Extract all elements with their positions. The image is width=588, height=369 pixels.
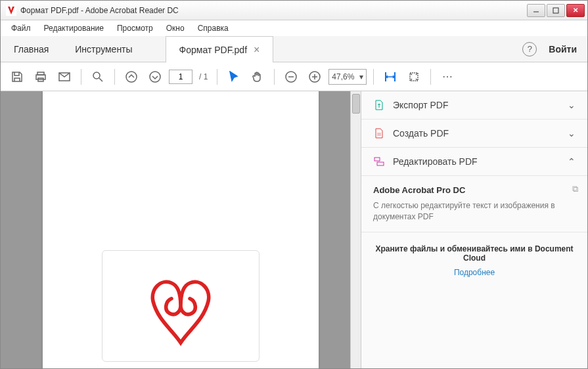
- tab-tools[interactable]: Инструменты: [62, 36, 145, 62]
- create-pdf-label: Создать PDF: [393, 128, 449, 139]
- edit-icon: [373, 156, 385, 167]
- edit-pdf-item[interactable]: Редактировать PDF ⌃: [361, 148, 587, 176]
- promo-text: С легкостью редактируйте текст и изображ…: [373, 200, 576, 223]
- minimize-button[interactable]: [527, 4, 545, 17]
- menu-file[interactable]: Файл: [5, 22, 37, 35]
- tab-tools-label: Инструменты: [75, 44, 132, 54]
- promo-title: Adobe Acrobat Pro DC: [373, 185, 576, 195]
- fit-page-icon[interactable]: [404, 67, 424, 87]
- zoom-out-icon[interactable]: [281, 67, 301, 87]
- tab-document-label: Формат PDF.pdf: [179, 45, 247, 55]
- svg-rect-19: [377, 133, 381, 136]
- create-icon: [373, 127, 385, 139]
- tab-home-label: Главная: [14, 44, 49, 54]
- svg-point-10: [150, 72, 160, 82]
- svg-rect-21: [377, 162, 384, 165]
- zoom-value: 47,6%: [332, 72, 354, 81]
- cloud-promo-text: Храните файлы и обменивайтесь ими в Docu…: [373, 244, 576, 263]
- menu-window[interactable]: Окно: [160, 22, 191, 35]
- more-tools-icon[interactable]: ⋯: [438, 67, 457, 87]
- pdf-logo-icon: [102, 250, 260, 362]
- tab-home[interactable]: Главная: [1, 36, 62, 62]
- tab-close-icon[interactable]: ×: [254, 44, 260, 56]
- maximize-button[interactable]: [547, 4, 565, 17]
- chevron-down-icon: ▾: [359, 72, 363, 81]
- vertical-scrollbar[interactable]: [350, 91, 361, 368]
- menu-edit[interactable]: Редактирование: [37, 22, 110, 35]
- tab-document[interactable]: Формат PDF.pdf ×: [166, 36, 274, 62]
- svg-rect-20: [374, 158, 380, 161]
- document-area[interactable]: Формат PDF используется для хранения эле…: [1, 91, 361, 368]
- tabbar: Главная Инструменты Формат PDF.pdf × ? В…: [1, 36, 587, 62]
- zoom-in-icon[interactable]: [305, 67, 325, 87]
- page-up-icon[interactable]: [122, 67, 141, 87]
- chevron-up-icon: ⌃: [568, 156, 576, 167]
- export-pdf-item[interactable]: Экспорт PDF ⌄: [361, 91, 587, 119]
- copy-icon[interactable]: ⧉: [572, 184, 578, 194]
- close-button[interactable]: ✕: [566, 4, 585, 17]
- cloud-promo: Храните файлы и обменивайтесь ими в Docu…: [361, 232, 587, 289]
- hand-tool-icon[interactable]: [248, 67, 267, 87]
- scrollbar-thumb[interactable]: [352, 94, 360, 114]
- export-pdf-label: Экспорт PDF: [393, 100, 449, 110]
- learn-more-link[interactable]: Подробнее: [373, 268, 576, 277]
- promo-box: ⧉ Adobe Acrobat Pro DC С легкостью редак…: [361, 176, 587, 232]
- save-icon[interactable]: [7, 67, 27, 87]
- app-icon: [6, 5, 16, 16]
- export-icon: [373, 99, 385, 111]
- search-icon[interactable]: [88, 67, 108, 87]
- edit-pdf-label: Редактировать PDF: [393, 156, 478, 167]
- chevron-down-icon: ⌄: [568, 128, 576, 139]
- svg-point-7: [93, 72, 100, 79]
- toolbar: / 1 47,6%▾ ⋯: [1, 62, 587, 91]
- pdf-page: Формат PDF используется для хранения эле…: [43, 91, 319, 368]
- page-number-input[interactable]: [169, 70, 192, 84]
- page-down-icon[interactable]: [145, 67, 165, 87]
- zoom-dropdown[interactable]: 47,6%▾: [328, 69, 367, 85]
- create-pdf-item[interactable]: Создать PDF ⌄: [361, 119, 587, 148]
- svg-line-8: [99, 78, 102, 81]
- svg-point-9: [126, 72, 137, 82]
- select-tool-icon[interactable]: [224, 67, 244, 87]
- menu-help[interactable]: Справка: [191, 22, 235, 35]
- titlebar: Формат PDF.pdf - Adobe Acrobat Reader DC…: [1, 1, 587, 20]
- svg-rect-2: [553, 8, 558, 13]
- email-icon[interactable]: [55, 67, 74, 87]
- help-button[interactable]: ?: [522, 42, 537, 56]
- page-total: / 1: [199, 72, 208, 81]
- login-button[interactable]: Войти: [549, 44, 577, 54]
- print-icon[interactable]: [31, 67, 51, 87]
- menu-view[interactable]: Просмотр: [110, 22, 160, 35]
- menubar: Файл Редактирование Просмотр Окно Справк…: [1, 20, 587, 36]
- chevron-down-icon: ⌄: [568, 100, 576, 110]
- window-title: Формат PDF.pdf - Adobe Acrobat Reader DC: [20, 6, 527, 15]
- svg-rect-4: [36, 75, 45, 79]
- tools-panel: Экспорт PDF ⌄ Создать PDF ⌄ Редактироват…: [361, 91, 587, 368]
- fit-width-icon[interactable]: [380, 67, 400, 87]
